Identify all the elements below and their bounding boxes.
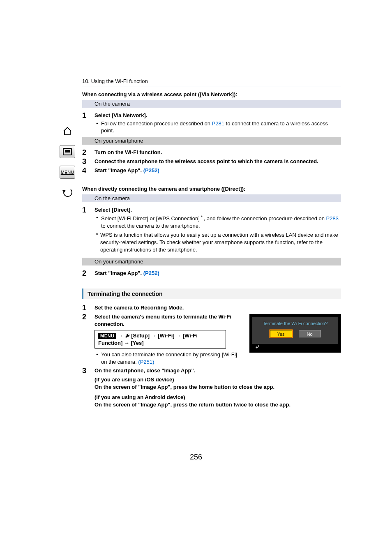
- step-title: Select [Via Network].: [95, 112, 147, 118]
- step-title: On the smartphone, close "Image App".: [95, 367, 195, 374]
- dialog-yes-button: Yes: [270, 330, 292, 337]
- camera-dialog-illustration: Terminate the Wi-Fi connection? Yes No ⤶: [249, 314, 341, 353]
- section-heading-via-network: When connecting via a wireless access po…: [82, 91, 341, 97]
- page-link[interactable]: (P252): [143, 167, 159, 173]
- sidebar-nav: MENU: [59, 125, 76, 199]
- list-item: 1 Select [Direct]. • Select [Wi-Fi Direc…: [82, 206, 341, 230]
- step-number: 1: [82, 304, 95, 312]
- chapter-title: 10. Using the Wi-Fi function: [82, 78, 341, 86]
- page-link[interactable]: (P251): [138, 359, 154, 365]
- return-icon: ⤶: [252, 344, 338, 350]
- step-detail: You can also terminate the connection by…: [101, 351, 244, 365]
- list-item: 1 Select [Via Network]. • Follow the con…: [82, 112, 341, 134]
- step-title: Select the camera's menu items to termin…: [95, 314, 231, 327]
- step-number: 1: [82, 206, 95, 230]
- bullet-icon: •: [96, 351, 101, 365]
- page-link[interactable]: (P252): [143, 270, 159, 276]
- android-instructions: On the screen of "Image App", press the …: [95, 401, 341, 409]
- page-link[interactable]: P283: [326, 216, 339, 222]
- list-item: 3 Connect the smartphone to the wireless…: [82, 158, 341, 165]
- step-number: 2: [82, 313, 95, 365]
- ios-heading: (If you are using an iOS device): [95, 376, 341, 383]
- menu-button[interactable]: MENU: [60, 166, 75, 179]
- footnote: ＊ WPS is a function that allows you to e…: [82, 231, 341, 254]
- step-number: 1: [82, 112, 95, 134]
- list-item: 2 Start "Image App". (P252): [82, 270, 341, 277]
- home-icon: [62, 126, 73, 136]
- wrench-icon: [125, 333, 130, 338]
- step-number: 3: [82, 158, 95, 165]
- step-title: Connect the smartphone to the wireless a…: [95, 158, 318, 164]
- step-number: 2: [82, 149, 95, 156]
- android-heading: (If you are using an Android device): [95, 394, 341, 401]
- step-number: 3: [82, 367, 95, 408]
- toc-button[interactable]: [60, 145, 75, 158]
- list-item: 3 On the smartphone, close "Image App". …: [82, 367, 341, 408]
- page-number: 256: [0, 453, 392, 462]
- menu-path: MENU → [Setup] → [Wi-Fi] → [Wi-Fi Functi…: [95, 330, 226, 349]
- page-link[interactable]: P281: [212, 120, 224, 127]
- step-title: Start "Image App".: [95, 270, 143, 276]
- step-title: Start "Image App".: [95, 167, 143, 173]
- sub-heading-on-camera: On the camera: [82, 194, 341, 202]
- menu-button-label: MENU: [61, 170, 74, 175]
- back-arrow-icon: [62, 188, 73, 198]
- home-button[interactable]: [60, 125, 75, 138]
- list-item: 1 Set the camera to Recording Mode.: [82, 304, 341, 312]
- ios-instructions: On the screen of "Image App", press the …: [95, 383, 341, 391]
- step-detail: Select [Wi-Fi Direct] or [WPS Connection…: [101, 214, 341, 229]
- list-item: 2 Select the camera's menu items to term…: [82, 313, 244, 365]
- bullet-icon: •: [96, 120, 101, 134]
- list-icon: [62, 148, 73, 156]
- dialog-title: Terminate the Wi-Fi connection?: [252, 319, 338, 330]
- sub-heading-on-smartphone: On your smartphone: [82, 258, 341, 265]
- sub-heading-on-smartphone: On your smartphone: [82, 137, 341, 145]
- sub-heading-on-camera: On the camera: [82, 100, 341, 108]
- page-content: 10. Using the Wi-Fi function When connec…: [82, 78, 341, 410]
- step-detail: Follow the connection procedure describe…: [101, 120, 341, 134]
- step-number: 2: [82, 270, 95, 277]
- list-item: 2 Turn on the Wi-Fi function.: [82, 149, 341, 156]
- list-item: 4 Start "Image App". (P252): [82, 167, 341, 174]
- step-title: Set the camera to Recording Mode.: [95, 305, 184, 311]
- step-number: 4: [82, 167, 95, 174]
- step-title: Turn on the Wi-Fi function.: [95, 149, 162, 155]
- step-title: Select [Direct].: [95, 207, 132, 213]
- section-heading-terminating: Terminating the connection: [82, 289, 341, 299]
- back-button[interactable]: [60, 186, 75, 199]
- bullet-icon: •: [96, 214, 101, 229]
- section-heading-direct: When directly connecting the camera and …: [82, 186, 341, 192]
- dialog-no-button: No: [299, 330, 321, 337]
- menu-badge: MENU: [98, 333, 116, 339]
